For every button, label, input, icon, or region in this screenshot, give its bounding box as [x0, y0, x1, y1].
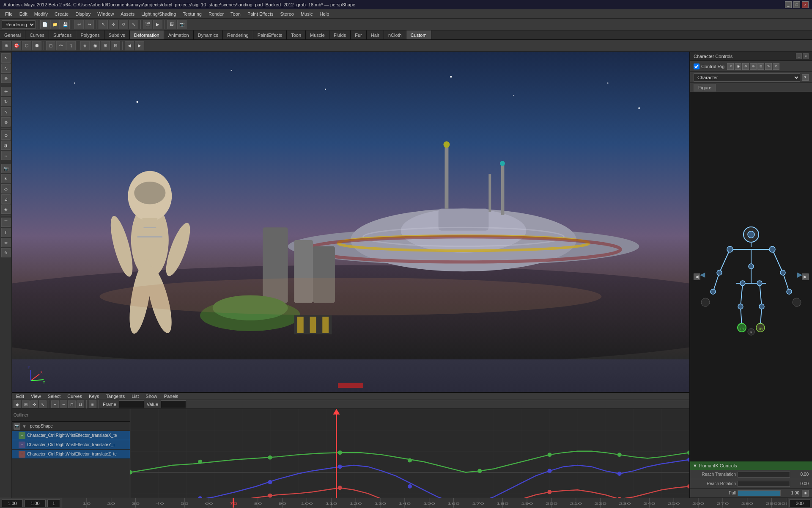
outliner-item-rwrist-x[interactable]: ~ Character_Ctrl:RightWristEffector_tran… [12, 431, 130, 440]
new-scene-btn[interactable]: 📄 [40, 20, 49, 29]
paint-sel-btn[interactable]: ⊕ [1, 74, 11, 83]
ge-frame-input[interactable] [119, 400, 144, 408]
tab-polygons[interactable]: Polygons [76, 30, 104, 39]
component-btn[interactable]: ◈ [1, 204, 11, 214]
menu-edit[interactable]: Edit [16, 11, 31, 17]
outliner-item-persp[interactable]: 📷 ▼ perspShape [12, 422, 130, 431]
tab-painteffects[interactable]: PaintEffects [253, 30, 287, 39]
outliner-item-rwrist-y[interactable]: ~ Character_Ctrl:RightWristEffector_tran… [12, 440, 130, 450]
graph-canvas[interactable]: 10 20 30 40 50 60 70 80 90 100 110 120 [130, 409, 689, 508]
panel-minimize-btn[interactable]: _ [796, 53, 802, 59]
menu-assets[interactable]: Assets [117, 11, 138, 17]
menu-display[interactable]: Display [72, 11, 94, 17]
tab-muscle[interactable]: Muscle [306, 30, 329, 39]
frame-step-input[interactable] [47, 500, 60, 507]
ge-panels-menu[interactable]: Panels [162, 393, 181, 400]
tab-toon[interactable]: Toon [287, 30, 306, 39]
tab-dynamics[interactable]: Dynamics [194, 30, 223, 39]
scale-tool-btn[interactable]: ⤡ [129, 20, 138, 29]
ge-tangent3[interactable]: ⊓ [68, 400, 76, 408]
ge-list-menu[interactable]: List [129, 393, 141, 400]
control-rig-checkbox[interactable] [694, 64, 700, 69]
tab-rendering[interactable]: Rendering [223, 30, 253, 39]
ge-curves-menu[interactable]: Curves [65, 393, 85, 400]
sculpt-btn[interactable]: ◑ [1, 141, 11, 150]
ge-key-btn[interactable]: ◆ [14, 400, 21, 408]
render-btn[interactable]: 🎬 [143, 20, 152, 29]
measure-btn[interactable]: ⇔ [1, 238, 11, 247]
select-mode-btn[interactable]: ↖ [1, 53, 11, 63]
tb2-anim2[interactable]: ▶ [135, 41, 144, 50]
tab-deformation[interactable]: Deformation [130, 30, 164, 39]
char-ctrl-icon7[interactable]: ⊙ [773, 63, 779, 70]
rotate-tool-btn[interactable]: ↻ [119, 20, 128, 29]
tb2-btn4[interactable]: ⬢ [32, 41, 41, 50]
viewport[interactable]: View Shading Lighting Show Renderer Pane… [12, 52, 689, 392]
tab-hair[interactable]: Hair [367, 30, 384, 39]
char-ctrl-icon4[interactable]: ⊗ [750, 63, 757, 70]
ge-show-menu[interactable]: Show [143, 393, 160, 400]
camera-btn[interactable]: 📷 [1, 164, 11, 173]
joint-btn[interactable]: ◇ [1, 184, 11, 193]
menu-toon[interactable]: Toon [227, 11, 244, 17]
curve-tool-btn[interactable]: ⌒ [1, 218, 11, 227]
tab-custom[interactable]: Custom [406, 30, 431, 39]
ik-btn[interactable]: ⊿ [1, 194, 11, 204]
ge-scale-btn[interactable]: ⤡ [39, 400, 47, 408]
menu-render[interactable]: Render [205, 11, 227, 17]
reach-translation-slider[interactable] [738, 472, 790, 478]
ge-move-btn[interactable]: ✛ [30, 400, 38, 408]
redo-btn[interactable]: ↪ [85, 20, 94, 29]
move-btn[interactable]: ✛ [1, 87, 11, 96]
menu-lighting-shading[interactable]: Lighting/Shading [138, 11, 179, 17]
ge-tangent4[interactable]: ⊔ [77, 400, 84, 408]
menu-paint-effects[interactable]: Paint Effects [244, 11, 277, 17]
tb2-select-btn[interactable]: ◻ [46, 41, 55, 50]
ge-buffer-btn[interactable]: ≡ [89, 400, 96, 408]
start-frame-input[interactable] [2, 500, 23, 507]
undo-btn[interactable]: ↩ [74, 20, 84, 29]
outliner-item-rwrist-z[interactable]: ~ Character_Ctrl:RightWristEffector_tran… [12, 450, 130, 459]
tab-surfaces[interactable]: Surfaces [49, 30, 76, 39]
tab-fluids[interactable]: Fluids [329, 30, 351, 39]
char-ctrl-icon5[interactable]: ⊞ [757, 63, 764, 70]
tab-animation[interactable]: Animation [164, 30, 194, 39]
figure-tab-btn[interactable]: Figure [694, 84, 716, 91]
character-dropdown[interactable]: Character [694, 73, 800, 82]
timeline-ruler[interactable]: 10 20 30 40 50 60 70 80 [62, 498, 787, 508]
crease-btn[interactable]: ≈ [1, 151, 11, 160]
tab-fur[interactable]: Fur [351, 30, 367, 39]
end-frame-input[interactable] [789, 500, 810, 507]
light-btn[interactable]: ☀ [1, 174, 11, 183]
left-arrow-btn[interactable]: ◀ [694, 273, 700, 280]
tb2-snap1[interactable]: ◈ [80, 41, 90, 50]
show-render-btn[interactable]: 🖼 [167, 20, 176, 29]
mode-dropdown[interactable]: Rendering Animation Modeling [2, 20, 36, 29]
ge-tangent1[interactable]: ⌣ [51, 400, 59, 408]
current-frame-display[interactable] [25, 500, 46, 507]
tb2-paint-btn[interactable]: ✏ [56, 41, 66, 50]
translate-tool-btn[interactable]: ✛ [109, 20, 118, 29]
universal-manip-btn[interactable]: ⊗ [1, 117, 11, 127]
tb2-snap4[interactable]: ⊟ [111, 41, 120, 50]
ge-select-menu[interactable]: Select [45, 393, 63, 400]
tb2-deform-btn[interactable]: ⤵ [66, 41, 76, 50]
persp-cam-btn[interactable]: 📷 [177, 20, 187, 29]
tb2-btn1[interactable]: ⊕ [2, 41, 11, 50]
menu-stereo[interactable]: Stereo [277, 11, 297, 17]
pull-slider[interactable] [738, 490, 781, 496]
lasso-btn[interactable]: ∿ [1, 64, 11, 73]
ge-frame-btn[interactable]: ⊞ [22, 400, 30, 408]
menu-modify[interactable]: Modify [31, 11, 51, 17]
tb2-btn3[interactable]: ⬡ [22, 41, 31, 50]
menu-music[interactable]: Music [297, 11, 316, 17]
rotate-btn[interactable]: ↻ [1, 97, 11, 106]
reach-rotation-slider[interactable] [738, 481, 790, 487]
menu-texturing[interactable]: Texturing [179, 11, 205, 17]
tab-general[interactable]: General [0, 30, 25, 39]
scale-btn[interactable]: ⤡ [1, 107, 11, 116]
maximize-button[interactable]: □ [793, 1, 800, 8]
ge-tangent2[interactable]: ⌢ [60, 400, 67, 408]
annotation-btn[interactable]: ✎ [1, 248, 11, 257]
ipr-btn[interactable]: ▶ [153, 20, 162, 29]
